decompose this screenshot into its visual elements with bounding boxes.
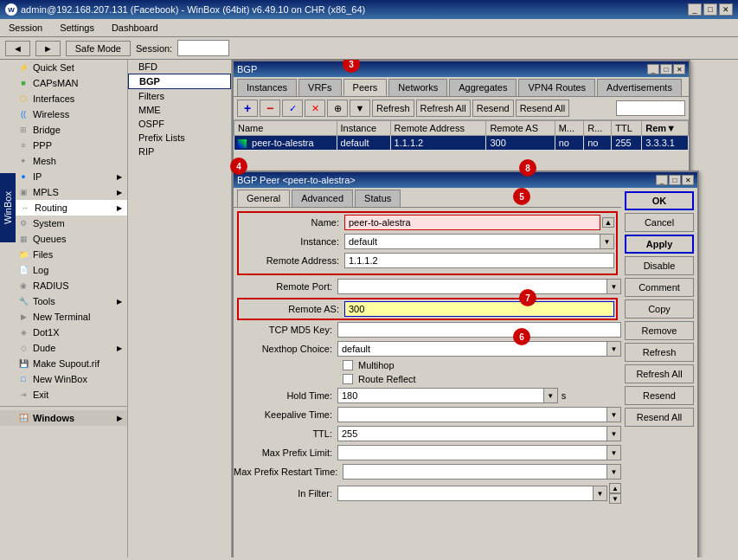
sidebar-item-routing[interactable]: ↔ Routing ▶ xyxy=(0,200,127,216)
peer-tab-general[interactable]: General xyxy=(237,190,290,207)
nexthop-input[interactable] xyxy=(337,341,607,357)
menu-dashboard[interactable]: Dashboard xyxy=(106,21,164,35)
max-prefix-restart-dropdown-btn[interactable]: ▼ xyxy=(607,464,621,480)
maximize-button[interactable]: □ xyxy=(703,3,717,16)
submenu-mme[interactable]: MME xyxy=(128,103,231,117)
resend-button[interactable]: Resend xyxy=(625,386,694,405)
instance-input[interactable] xyxy=(344,234,600,249)
sidebar-item-capsman[interactable]: ■ CAPsMAN xyxy=(0,75,127,91)
keepalive-dropdown-btn[interactable]: ▼ xyxy=(607,407,621,422)
menu-session[interactable]: Session xyxy=(3,21,48,35)
th-instance[interactable]: Instance xyxy=(337,121,390,136)
sidebar-item-system[interactable]: ⚙ System xyxy=(0,216,127,231)
bgp-find-input[interactable] xyxy=(616,100,685,116)
sidebar-item-dude[interactable]: ◇ Dude ▶ xyxy=(0,340,127,356)
bgp-filter-button[interactable]: ▼ xyxy=(350,100,370,117)
safe-mode-button[interactable]: Safe Mode xyxy=(66,41,131,56)
table-row[interactable]: peer-to-alestra default 1.1.1.2 300 no n… xyxy=(234,136,689,151)
refresh-all-button[interactable]: Refresh All xyxy=(625,364,694,383)
sidebar-item-radius[interactable]: ◉ RADIUS xyxy=(0,278,127,293)
bgp-refresh-button[interactable]: Refresh xyxy=(372,100,414,117)
sidebar-item-queues[interactable]: ▦ Queues xyxy=(0,231,127,247)
bgp-refresh-all-button[interactable]: Refresh All xyxy=(416,100,471,117)
th-name[interactable]: Name xyxy=(234,121,337,136)
max-prefix-limit-dropdown-btn[interactable]: ▼ xyxy=(607,445,621,460)
minimize-button[interactable]: _ xyxy=(688,3,702,16)
sidebar-item-wireless[interactable]: (( Wireless xyxy=(0,106,127,122)
peer-close[interactable]: ✕ xyxy=(682,175,694,185)
sidebar-item-new-winbox[interactable]: □ New WinBox xyxy=(0,371,127,387)
bgp-resend-all-button[interactable]: Resend All xyxy=(516,100,570,117)
name-scroll[interactable]: ▲ xyxy=(602,217,614,228)
ttl-dropdown-btn[interactable]: ▼ xyxy=(607,426,621,441)
comment-button[interactable]: Comment xyxy=(625,278,694,297)
resend-all-button[interactable]: Resend All xyxy=(625,408,694,427)
sidebar-item-tools[interactable]: 🔧 Tools ▶ xyxy=(0,293,127,309)
submenu-bfd[interactable]: BFD xyxy=(128,60,231,74)
sidebar-item-ip[interactable]: ● IP ▶ xyxy=(0,169,127,184)
copy-button[interactable]: Copy xyxy=(625,299,694,319)
sidebar-item-mpls[interactable]: ▣ MPLS ▶ xyxy=(0,184,127,200)
sidebar-item-interfaces[interactable]: ⬡ Interfaces xyxy=(0,91,127,106)
sidebar-item-ppp[interactable]: ≡ PPP xyxy=(0,138,127,153)
sidebar-item-new-terminal[interactable]: ▶ New Terminal xyxy=(0,309,127,325)
submenu-bgp[interactable]: BGP xyxy=(128,74,231,89)
ok-button[interactable]: OK xyxy=(625,191,694,210)
sidebar-item-make-supout[interactable]: 💾 Make Supout.rif xyxy=(0,356,127,371)
hold-time-dropdown-btn[interactable]: ▼ xyxy=(544,388,558,403)
bgp-remove-button[interactable]: − xyxy=(260,100,280,117)
multihop-checkbox[interactable] xyxy=(343,360,353,370)
sidebar-item-quick-set[interactable]: ⚡ Quick Set xyxy=(0,60,127,75)
apply-button[interactable]: Apply xyxy=(625,235,694,254)
forward-button[interactable]: ► xyxy=(35,41,61,56)
sidebar-item-windows[interactable]: 🪟 Windows ▶ xyxy=(0,410,127,426)
max-prefix-restart-input[interactable] xyxy=(343,464,607,480)
route-reflect-checkbox[interactable] xyxy=(343,374,353,384)
th-rem[interactable]: Rem▼ xyxy=(642,121,689,136)
in-filter-dropdown-btn[interactable]: ▼ xyxy=(594,486,607,501)
nexthop-dropdown-btn[interactable]: ▼ xyxy=(607,341,621,357)
tcp-md5-input[interactable] xyxy=(337,322,621,338)
ttl-input[interactable] xyxy=(337,426,607,441)
sidebar-item-exit[interactable]: ⇥ Exit xyxy=(0,387,127,402)
bgp-copy-button[interactable]: ⊕ xyxy=(327,100,348,117)
sidebar-item-log[interactable]: 📄 Log xyxy=(0,262,127,278)
submenu-rip[interactable]: RIP xyxy=(128,145,231,158)
close-button[interactable]: ✕ xyxy=(719,3,733,16)
in-filter-input[interactable] xyxy=(337,486,594,501)
name-input[interactable] xyxy=(344,215,600,230)
th-remote-address[interactable]: Remote Address xyxy=(390,121,486,136)
bgp-add-button[interactable]: + xyxy=(237,100,258,117)
peer-maximize[interactable]: □ xyxy=(669,175,681,185)
sidebar-item-bridge[interactable]: ⊞ Bridge xyxy=(0,122,127,138)
menu-settings[interactable]: Settings xyxy=(55,21,99,35)
tab-vrfs[interactable]: VRFs xyxy=(298,79,342,96)
back-button[interactable]: ◄ xyxy=(5,41,30,56)
bgp-close[interactable]: ✕ xyxy=(673,64,685,74)
tab-aggregates[interactable]: Aggregates xyxy=(449,79,517,96)
cancel-button[interactable]: Cancel xyxy=(625,213,694,232)
remove-button[interactable]: Remove xyxy=(625,321,694,340)
tab-instances[interactable]: Instances xyxy=(237,79,297,96)
tab-peers[interactable]: Peers xyxy=(343,79,388,96)
tab-networks[interactable]: Networks xyxy=(388,79,447,96)
in-filter-scroll-up[interactable]: ▲ xyxy=(609,483,621,493)
bgp-cross-button[interactable]: ✕ xyxy=(305,100,325,117)
peer-minimize[interactable]: _ xyxy=(656,175,668,185)
submenu-prefix-lists[interactable]: Prefix Lists xyxy=(128,131,231,145)
disable-button[interactable]: Disable xyxy=(625,256,694,275)
hold-time-input[interactable] xyxy=(337,388,544,403)
bgp-maximize[interactable]: □ xyxy=(660,64,672,74)
submenu-ospf[interactable]: OSPF xyxy=(128,117,231,131)
peer-tab-status[interactable]: Status xyxy=(355,190,401,207)
remote-address-input[interactable] xyxy=(344,253,614,268)
max-prefix-limit-input[interactable] xyxy=(337,445,607,460)
th-ttl[interactable]: TTL xyxy=(612,121,642,136)
th-r[interactable]: R... xyxy=(584,121,612,136)
tab-advertisements[interactable]: Advertisements xyxy=(597,79,682,96)
sidebar-item-dot1x[interactable]: ◈ Dot1X xyxy=(0,325,127,340)
refresh-button[interactable]: Refresh xyxy=(625,343,694,362)
sidebar-item-mesh[interactable]: ✦ Mesh xyxy=(0,153,127,169)
th-remote-as[interactable]: Remote AS xyxy=(486,121,555,136)
in-filter-scroll-down[interactable]: ▼ xyxy=(609,493,621,504)
